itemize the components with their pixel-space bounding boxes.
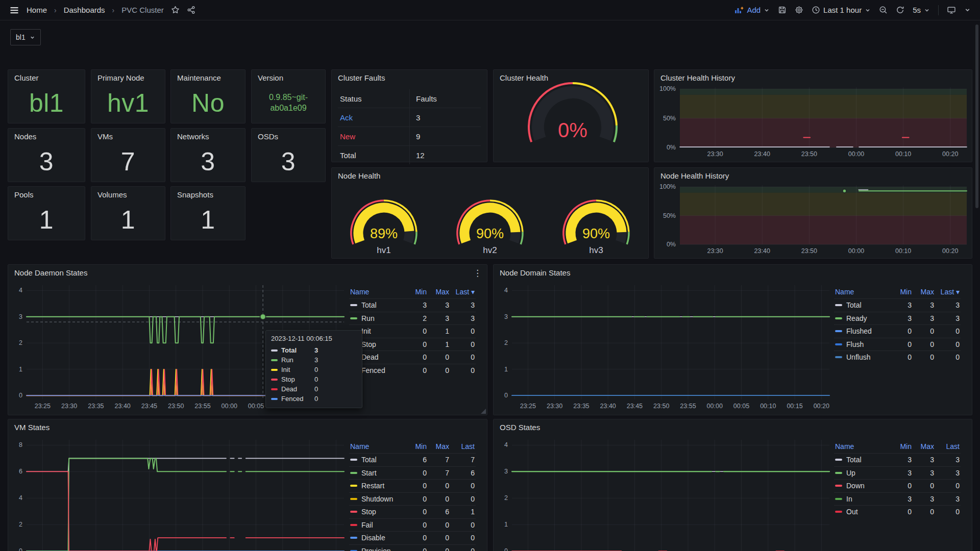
legend-series[interactable]: Unflush [834, 353, 890, 361]
legend-row[interactable]: Disable000 [349, 531, 476, 544]
panel-resize-handle[interactable] [481, 409, 486, 414]
legend-row[interactable]: Unflush000 [834, 350, 961, 364]
cluster-health-history-chart[interactable]: 0%50%100%23:3023:4023:5000:0000:1000:20 [657, 84, 970, 160]
panel-title[interactable]: Pools [14, 190, 34, 199]
legend-series-name[interactable]: Fenced [361, 366, 385, 374]
legend-col-max[interactable]: Max [428, 288, 450, 296]
legend-row[interactable]: Fenced000 [349, 364, 476, 377]
legend-series-name[interactable]: In [846, 495, 852, 503]
legend-row[interactable]: Fail000 [349, 518, 476, 532]
legend-series-name[interactable]: Init [361, 327, 371, 335]
legend-col-max[interactable]: Max [913, 288, 935, 296]
legend-series-name[interactable]: Flush [846, 340, 864, 348]
legend-row[interactable]: Total333 [349, 298, 476, 312]
panel-title[interactable]: Node Health History [660, 171, 729, 180]
legend-col-name[interactable]: Name [834, 288, 890, 296]
panel-title[interactable]: Node Daemon States [14, 268, 87, 277]
legend-col-name[interactable]: Name [834, 442, 890, 450]
legend-series[interactable]: Disable [349, 534, 405, 542]
legend-col-max[interactable]: Max [913, 442, 935, 450]
legend-series[interactable]: Stop [349, 508, 405, 516]
panel-title[interactable]: Cluster [14, 73, 39, 82]
legend-series[interactable]: Restart [349, 482, 405, 490]
refresh-interval-picker[interactable]: 5s [913, 6, 930, 14]
refresh-icon[interactable] [896, 6, 904, 14]
breadcrumb-dashboards[interactable]: Dashboards [64, 6, 105, 14]
legend-series[interactable]: In [834, 495, 890, 503]
panel-title[interactable]: OSD States [500, 423, 540, 432]
legend-col-name[interactable]: Name [349, 442, 405, 450]
legend-col-min[interactable]: Min [890, 288, 913, 296]
legend-col-name[interactable]: Name [349, 288, 405, 296]
panel-title[interactable]: VM States [14, 423, 50, 432]
legend-series-name[interactable]: Ready [846, 314, 867, 322]
faults-status-new[interactable]: New [338, 127, 410, 145]
legend-row[interactable]: Run233 [349, 312, 476, 325]
legend-col-last[interactable]: Last ▾ [935, 288, 961, 296]
panel-title[interactable]: Version [258, 73, 283, 82]
panel-title[interactable]: Snapshots [177, 190, 213, 199]
legend-row[interactable]: Total333 [834, 453, 961, 466]
legend-series[interactable]: Total [834, 456, 890, 464]
legend-row[interactable]: Stop010 [349, 338, 476, 351]
legend-series[interactable]: Flush [834, 340, 890, 348]
legend-row[interactable]: In333 [834, 492, 961, 506]
chevron-down-icon[interactable] [964, 7, 971, 13]
panel-title[interactable]: Volumes [97, 190, 127, 199]
legend-col-min[interactable]: Min [890, 442, 913, 450]
legend-series-name[interactable]: Total [846, 456, 862, 464]
legend-series[interactable]: Total [349, 456, 405, 464]
legend-series-name[interactable]: Unflush [846, 353, 870, 361]
legend-row[interactable]: Stop061 [349, 505, 476, 518]
legend-series-name[interactable]: Stop [361, 340, 376, 348]
legend-col-last[interactable]: Last [450, 442, 476, 450]
monitor-icon[interactable] [947, 6, 956, 14]
panel-title[interactable]: Maintenance [177, 73, 221, 82]
panel-title[interactable]: Nodes [14, 132, 36, 141]
legend-row[interactable]: Ready333 [834, 312, 961, 325]
panel-title[interactable]: VMs [97, 132, 113, 141]
legend-row[interactable]: Init010 [349, 324, 476, 338]
legend-series-name[interactable]: Out [846, 508, 858, 516]
time-range-picker[interactable]: Last 1 hour [812, 6, 871, 14]
gear-icon[interactable] [795, 6, 803, 14]
legend-row[interactable]: Flushed000 [834, 324, 961, 338]
node-domain-states-chart[interactable]: 0123423:2523:3023:3523:4023:4523:5023:55… [497, 281, 834, 413]
panel-title[interactable]: Cluster Faults [338, 73, 385, 82]
legend-series-name[interactable]: Restart [361, 482, 384, 490]
legend-series[interactable]: Down [834, 482, 890, 490]
legend-row[interactable]: Provision000 [349, 544, 476, 551]
panel-title[interactable]: Cluster Health History [660, 73, 735, 82]
panel-title[interactable]: Primary Node [97, 73, 144, 82]
legend-row[interactable]: Start076 [349, 466, 476, 480]
legend-col-min[interactable]: Min [405, 288, 428, 296]
legend-row[interactable]: Dead000 [349, 350, 476, 364]
legend-series-name[interactable]: Dead [361, 353, 378, 361]
add-button[interactable]: Add [734, 6, 770, 14]
breadcrumb-home[interactable]: Home [27, 6, 47, 14]
legend-series[interactable]: Shutdown [349, 495, 405, 503]
share-icon[interactable] [187, 6, 195, 14]
legend-series-name[interactable]: Flushed [846, 327, 872, 335]
menu-icon[interactable] [9, 5, 19, 15]
faults-col-faults[interactable]: Faults [410, 94, 481, 103]
legend-row[interactable]: Down000 [834, 479, 961, 492]
legend-series-name[interactable]: Total [361, 456, 377, 464]
panel-title[interactable]: Node Health [338, 171, 380, 180]
panel-title[interactable]: Node Domain States [500, 268, 570, 277]
legend-row[interactable]: Up333 [834, 466, 961, 480]
legend-series[interactable]: Out [834, 508, 890, 516]
legend-series[interactable]: Total [349, 301, 405, 309]
vm-states-chart[interactable]: 0246823:2523:3023:3523:4023:4523:5023:55… [11, 436, 348, 551]
legend-series-name[interactable]: Total [361, 301, 377, 309]
legend-series[interactable]: Run [349, 314, 405, 322]
zoom-out-icon[interactable] [879, 6, 888, 14]
save-icon[interactable] [778, 6, 787, 14]
legend-row[interactable]: Total333 [834, 298, 961, 312]
legend-row[interactable]: Shutdown000 [349, 492, 476, 506]
legend-series[interactable]: Up [834, 469, 890, 477]
legend-series-name[interactable]: Total [846, 301, 862, 309]
node-health-history-chart[interactable]: 0%50%100%23:3023:4023:5000:0000:1000:20 [657, 182, 970, 257]
legend-col-min[interactable]: Min [405, 442, 428, 450]
legend-series-name[interactable]: Up [846, 469, 855, 477]
